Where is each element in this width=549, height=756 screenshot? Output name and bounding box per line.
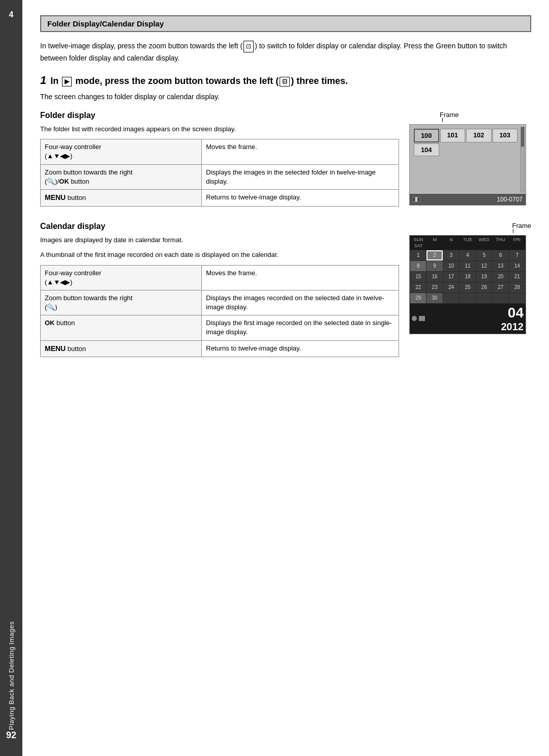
calendar-desc1: Images are displayed by date in calendar… [40,235,399,245]
cal-cell-10: 10 [443,261,459,271]
folder-section-desc: The folder list with recorded images app… [40,124,399,134]
folder-cell-103: 103 [493,129,518,142]
calendar-grid: 1 2 3 4 5 6 7 8 9 10 11 12 13 14 15 [410,250,526,304]
step1-heading: 1 In ▶ mode, press the zoom button towar… [40,74,531,87]
calendar-controls-table: Four-way controller(▲▼◀▶) Moves the fram… [40,265,399,358]
calendar-section: Calendar display Images are displayed by… [40,222,531,358]
folder-display-box: 100 101 102 103 104 █ 100-0707 [409,124,526,206]
day-header-wed: WED [476,237,492,243]
folder-controls-table: Four-way controller(▲▼◀▶) Moves the fram… [40,139,399,206]
control-value: Moves the frame. [202,265,399,290]
scrollbar-thumb [521,127,524,147]
folder-section-right: Frame 100 101 102 103 104 [409,111,531,207]
table-row: Zoom button towards the right(🔍) Display… [41,290,399,315]
step-text: In ▶ mode, press the zoom button towards… [50,75,348,87]
cal-empty3 [476,293,492,303]
folder-section: Folder display The folder list with reco… [40,111,531,207]
control-value: Returns to twelve-image display. [202,189,399,206]
folder-bottom-icons: █ [413,197,420,202]
cal-cell-11: 11 [460,261,475,271]
cal-cell-20: 20 [493,272,508,282]
day-header-m: M [426,237,443,243]
folder-mode-icon: █ [413,197,420,202]
folder-grid: 100 101 102 103 104 [412,127,520,158]
playback-mode-icon: ▶ [62,77,72,87]
control-value: Displays the images in the selected fold… [202,164,399,189]
folder-code: 100-0707 [497,196,523,203]
day-header-tue: TUE [460,237,476,243]
zoom-left-icon: ⊡ [243,41,254,52]
sidebar-text: Playing Back and Deleting Images [8,621,15,730]
control-value: Moves the frame. [202,139,399,164]
cal-cell-16: 16 [426,272,442,282]
cal-cell-26: 26 [476,282,492,293]
day-header-fri: FRI [509,237,525,243]
control-key: OK button [41,315,202,340]
cal-empty2 [460,293,475,303]
sidebar: 4 Playing Back and Deleting Images 92 [0,0,22,756]
cal-empty [443,293,459,303]
calendar-month: 04 [508,305,524,321]
cal-cell-29: 29 [410,293,426,303]
table-row: Four-way controller(▲▼◀▶) Moves the fram… [41,139,399,164]
cal-cell-22: 22 [410,282,426,293]
folder-cell-102: 102 [466,129,492,142]
folder-bottom-bar: █ 100-0707 [410,194,526,205]
cal-cell-23: 23 [426,282,442,293]
cal-cell-1: 1 [410,250,426,260]
cal-empty4 [493,293,508,303]
calendar-section-left: Calendar display Images are displayed by… [40,222,399,358]
cal-cell-9: 9 [426,261,442,271]
control-key: Zoom button towards the right(🔍) [41,290,202,315]
calendar-year: 2012 [501,321,524,333]
main-content: Folder Display/Calendar Display In twelv… [22,0,549,756]
calendar-section-right: Frame SUN M N TUE WED THU FRI SAT [409,222,531,358]
control-key: Four-way controller(▲▼◀▶) [41,265,202,290]
calendar-display-heading: Calendar display [40,222,399,231]
cal-cell-21: 21 [509,272,525,282]
cal-cell-4: 4 [460,250,475,260]
table-row: Four-way controller(▲▼◀▶) Moves the fram… [41,265,399,290]
folder-display-heading: Folder display [40,111,399,120]
section-header-box: Folder Display/Calendar Display [40,15,531,32]
cal-cell-25: 25 [460,282,475,293]
control-key: MENU button [41,189,202,206]
folder-cell-101: 101 [440,129,466,142]
cal-cell-2: 2 [426,250,442,260]
cal-cell-7: 7 [509,250,525,260]
cal-circle-icon [412,316,417,321]
cal-cell-12: 12 [476,261,492,271]
cal-cell-6: 6 [493,250,508,260]
calendar-day-headers: SUN M N TUE WED THU FRI SAT [410,236,526,250]
cal-rect-icon [419,316,425,321]
screen-changes-text: The screen changes to folder display or … [40,93,531,101]
day-header-sat: SAT [410,243,426,249]
control-key: MENU button [41,340,202,357]
calendar-bottom-bar: 04 2012 [410,304,526,334]
calendar-month-year: 04 2012 [501,305,524,333]
cal-cell-5: 5 [476,250,492,260]
cal-bottom-icons [412,316,425,321]
cal-empty5 [509,293,525,303]
control-value: Displays the first image recorded on the… [202,315,399,340]
control-value: Displays the images recorded on the sele… [202,290,399,315]
cal-cell-30: 30 [426,293,442,303]
cal-cell-18: 18 [460,272,475,282]
step-number: 1 [40,74,46,87]
table-row: Zoom button towards the right(🔍)/OK butt… [41,164,399,189]
folder-cell-100: 100 [414,129,439,142]
control-value: Returns to twelve-image display. [202,340,399,357]
calendar-display-box: SUN M N TUE WED THU FRI SAT 1 2 3 4 5 [409,235,526,334]
cal-cell-24: 24 [443,282,459,293]
cal-cell-19: 19 [476,272,492,282]
cal-cell-13: 13 [493,261,508,271]
cal-cell-17: 17 [443,272,459,282]
zoom-left-icon2: ⊡ [280,77,290,87]
frame-label-folder: Frame [440,111,459,119]
cal-cell-14: 14 [509,261,525,271]
section-title: Folder Display/Calendar Display [47,19,164,28]
frame-label-calendar: Frame [512,222,531,229]
cal-cell-27: 27 [493,282,508,293]
folder-scrollbar [521,127,525,192]
table-row: MENU button Returns to twelve-image disp… [41,340,399,357]
